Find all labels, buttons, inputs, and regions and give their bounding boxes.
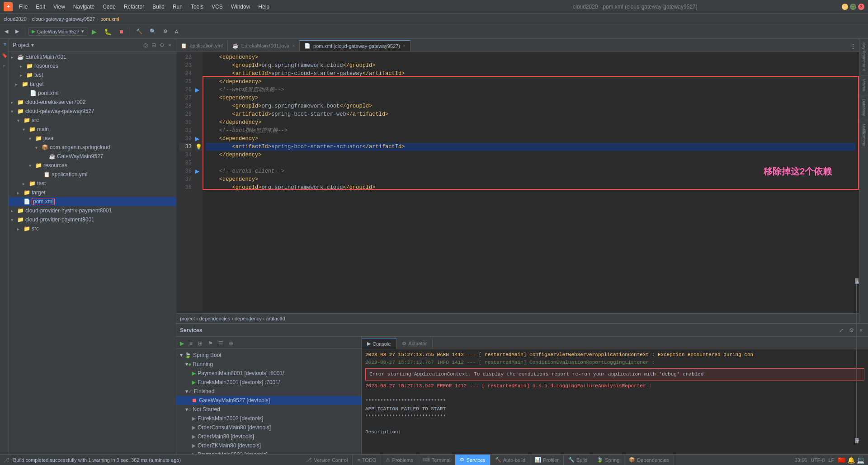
menu-vcs[interactable]: VCS [208, 3, 226, 11]
tree-item-gatewaymain[interactable]: ▸ ☕ GateWayMain9527 [9, 152, 176, 161]
run-button[interactable]: ▶ [89, 27, 99, 37]
svc-orderzk[interactable]: ▶ OrderZKMain80 [devtools] [176, 441, 361, 450]
statusbar-tab-problems[interactable]: ⚠ Problems [381, 455, 418, 465]
statusbar-tab-terminal[interactable]: ⌨ Terminal [418, 455, 456, 465]
console-tab-actuator[interactable]: ⚙ Actuator [396, 338, 433, 349]
svc-running[interactable]: ▾ ● Running [176, 360, 361, 369]
svc-payment8002[interactable]: ▶ PaymentMain8002 [devtools] [176, 450, 361, 454]
vtab-maven[interactable]: Maven [861, 77, 867, 93]
bookmarks-icon[interactable]: 🔖 [1, 52, 8, 59]
vtab-database[interactable]: Database [861, 97, 867, 118]
tree-item-target2[interactable]: ▸ 📁 target [9, 188, 176, 197]
menu-tools[interactable]: Tools [187, 3, 207, 11]
tree-item-src[interactable]: ▾ 📁 src [9, 116, 176, 125]
structure-icon[interactable]: ≡ [1, 62, 8, 70]
maximize-button[interactable]: □ [850, 4, 856, 10]
tab-close-icon[interactable]: × [403, 43, 406, 48]
tree-item-appyml[interactable]: ▸ 📋 application.yml [9, 170, 176, 179]
svc-payment8001[interactable]: ▶ PaymentMain8001 [devtools] :8001/ [176, 369, 361, 378]
tree-item-java[interactable]: ▾ 📁 java [9, 134, 176, 143]
services-btn2[interactable]: ≡ [188, 339, 194, 348]
tree-item-pomxml1[interactable]: ▸ 📄 pom.xml [9, 89, 176, 98]
run-all-btn[interactable]: ▶ [178, 339, 186, 348]
settings-button[interactable]: ⚙ [160, 27, 170, 36]
svc-eureka7002[interactable]: ▶ EurekaMain7002 [devtools] [176, 414, 361, 423]
tree-item-src2[interactable]: ▸ 📁 src [9, 224, 176, 233]
tab-pomxml-active[interactable]: 📄 pom.xml (cloud-gateway-gateway9527) × [300, 40, 410, 51]
run-config-selector[interactable]: ▶ GateWayMain9527 ▾ [28, 27, 87, 36]
collapse-all-button[interactable]: ⊟ [151, 41, 157, 49]
stop-button[interactable]: ⏹ [116, 28, 127, 36]
tab-application-yml[interactable]: 📋 application.yml [176, 40, 228, 51]
svc-eurekamod[interactable]: ▶ EurekaMain7001 [devtools] :7001/ [176, 378, 361, 387]
debug-button[interactable]: 🐛 [101, 27, 114, 37]
statusbar-tab-autobuild[interactable]: 🔨 Auto-build [491, 455, 531, 465]
svc-not-started[interactable]: ▾ ○ Not Started [176, 405, 361, 414]
statusbar-tab-profiler[interactable]: 📊 Profiler [530, 455, 564, 465]
tab-close-icon[interactable]: × [292, 43, 295, 48]
tree-item-gateway9527[interactable]: ▾ 📁 cloud-gateway-gateway9527 [9, 107, 176, 116]
code-editor[interactable]: <dependency> <groupId>org.springframewor… [203, 52, 859, 313]
tree-item-target1[interactable]: ▸ 📁 target [9, 80, 176, 89]
menu-window[interactable]: Window [227, 3, 254, 11]
menu-file[interactable]: File [15, 3, 31, 11]
settings-project-button[interactable]: ⚙ [159, 41, 165, 49]
statusbar-tab-spring[interactable]: 🍃 Spring [592, 455, 624, 465]
minimize-button[interactable]: – [842, 4, 848, 10]
tree-item-pomxml2[interactable]: ▸ 📄 pom.xml [9, 197, 176, 206]
services-btn3[interactable]: ⊞ [196, 339, 204, 348]
search-everywhere-button[interactable]: 🔍 [147, 27, 159, 36]
breadcrumb-artifactid[interactable]: artifactId [266, 316, 285, 321]
console-tab-console[interactable]: ▶ Console [362, 338, 396, 349]
console-scrollbar[interactable]: ▲ ▼ [854, 337, 859, 443]
breadcrumb-part2[interactable]: cloud-gateway-gateway9527 [32, 16, 95, 22]
statusbar-tab-todo[interactable]: ≡ TODO [353, 455, 381, 465]
statusbar-tab-services[interactable]: ⚙ Services [455, 455, 490, 465]
tree-item-main[interactable]: ▾ 📁 main [9, 125, 176, 134]
forward-button[interactable]: ▶ [13, 27, 22, 36]
scroll-down-btn[interactable]: ▼ [855, 438, 859, 443]
services-btn5[interactable]: ☰ [217, 339, 225, 348]
menu-build[interactable]: Build [149, 3, 168, 11]
breadcrumb-dependencies[interactable]: dependencies [199, 316, 231, 321]
project-dropdown-icon[interactable]: ▾ [31, 42, 34, 48]
gutter-bulb-icon[interactable]: 💡 [195, 143, 202, 151]
close-button[interactable]: × [858, 4, 864, 10]
services-btn4[interactable]: ⚑ [206, 339, 215, 348]
svc-finished[interactable]: ▾ ✓ Finished [176, 387, 361, 396]
tree-item-package[interactable]: ▾ 📦 com.angenin.springcloud [9, 143, 176, 152]
services-expand-btn[interactable]: ⤢ [837, 326, 845, 334]
breadcrumb-part3[interactable]: pom.xml [100, 16, 119, 22]
tree-item-eurekamodule[interactable]: ▸ ☕ EurekaMain7001 [9, 52, 176, 61]
tree-item-eureka7002[interactable]: ▸ 📁 cloud-eureka-server7002 [9, 98, 176, 107]
tree-item-payment8001[interactable]: ▾ 📁 cloud-provider-payment8001 [9, 215, 176, 224]
vtab-notifications[interactable]: Notifications [861, 122, 867, 148]
menu-view[interactable]: View [50, 3, 69, 11]
tree-item-resources1[interactable]: ▸ 📁 resources [9, 61, 176, 70]
menu-refactor[interactable]: Refactor [120, 3, 148, 11]
menu-run[interactable]: Run [169, 3, 186, 11]
statusbar-tab-dependencies[interactable]: 📦 Dependencies [624, 455, 674, 465]
svc-spring-boot[interactable]: ▾ 🍃 Spring Boot [176, 351, 361, 360]
tab-eurekamainjava[interactable]: ☕ EurekaMain7001.java × [228, 40, 300, 51]
tree-item-test1[interactable]: ▸ 📁 test [9, 70, 176, 80]
menu-edit[interactable]: Edit [32, 3, 49, 11]
statusbar-tab-build[interactable]: 🔧 Build [564, 455, 592, 465]
menu-help[interactable]: Help [255, 3, 273, 11]
add-service-btn[interactable]: ⊕ [227, 339, 235, 348]
back-button[interactable]: ◀ [2, 27, 11, 36]
tree-item-resources2[interactable]: ▾ 📁 resources [9, 161, 176, 170]
translate-button[interactable]: A [172, 28, 181, 36]
vtab-key-promoter[interactable]: Key Promoter X [861, 41, 867, 73]
svc-ordermain[interactable]: ▶ OrderMain80 [devtools] [176, 432, 361, 441]
svc-orderconsul[interactable]: ▶ OrderConsulMain80 [devtools] [176, 423, 361, 432]
tab-settings-button[interactable]: ⋮ [847, 41, 859, 51]
svc-gateway9527[interactable]: ⏹ GateWayMain9527 [devtools] [176, 396, 361, 405]
breadcrumb-project[interactable]: project [180, 316, 195, 321]
build-button[interactable]: 🔨 [133, 27, 145, 36]
breadcrumb-dependency[interactable]: dependency [235, 316, 262, 321]
statusbar-tab-vc[interactable]: ⎇ Version Control [302, 455, 353, 465]
menu-navigate[interactable]: Navigate [70, 3, 98, 11]
tree-item-hystrix[interactable]: ▸ 📁 cloud-provider-hystrix-payment8001 [9, 206, 176, 215]
project-icon[interactable]: P [1, 41, 8, 48]
